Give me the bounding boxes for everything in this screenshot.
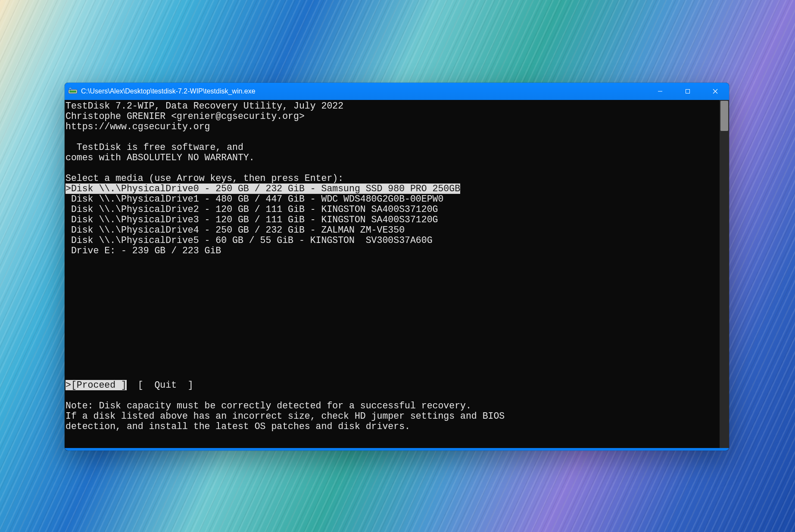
client-area: TestDisk 7.2-WIP, Data Recovery Utility,…	[65, 100, 729, 451]
note-line: Note: Disk capacity must be correctly de…	[65, 401, 471, 411]
header-author: Christophe GRENIER <grenier@cgsecurity.o…	[65, 111, 305, 121]
window-bottom-border	[65, 448, 729, 451]
svg-rect-1	[69, 90, 76, 93]
license-line: TestDisk is free software, and	[65, 142, 243, 152]
drive-row[interactable]: Disk \\.\PhysicalDrive4 - 250 GB / 232 G…	[65, 225, 405, 235]
console-window: C:\Users\Alex\Desktop\testdisk-7.2-WIP\t…	[65, 83, 729, 451]
svg-rect-4	[658, 91, 662, 92]
drive-row-selected[interactable]: >Disk \\.\PhysicalDrive0 - 250 GB / 232 …	[65, 184, 460, 194]
window-title: C:\Users\Alex\Desktop\testdisk-7.2-WIP\t…	[81, 87, 646, 95]
close-button[interactable]	[701, 83, 729, 100]
drive-row[interactable]: Disk \\.\PhysicalDrive5 - 60 GB / 55 GiB…	[65, 235, 433, 246]
titlebar[interactable]: C:\Users\Alex\Desktop\testdisk-7.2-WIP\t…	[65, 83, 729, 100]
header-line: TestDisk 7.2-WIP, Data Recovery Utility,…	[65, 101, 343, 111]
note-line: If a disk listed above has an incorrect …	[65, 411, 505, 421]
vertical-scrollbar[interactable]	[720, 100, 729, 451]
caption-buttons	[646, 83, 729, 100]
select-media-prompt: Select a media (use Arrow keys, then pre…	[65, 173, 343, 184]
minimize-button[interactable]	[646, 83, 674, 100]
drive-row[interactable]: Disk \\.\PhysicalDrive3 - 120 GB / 111 G…	[65, 215, 438, 225]
proceed-button[interactable]: >[Proceed ]	[65, 380, 127, 390]
quit-button[interactable]: [ Quit ]	[138, 380, 193, 390]
console-output[interactable]: TestDisk 7.2-WIP, Data Recovery Utility,…	[65, 100, 720, 451]
license-line: comes with ABSOLUTELY NO WARRANTY.	[65, 152, 255, 163]
drive-row[interactable]: Disk \\.\PhysicalDrive1 - 480 GB / 447 G…	[65, 194, 443, 204]
app-icon	[68, 87, 78, 96]
scrollbar-thumb[interactable]	[720, 101, 728, 131]
drive-row[interactable]: Drive E: - 239 GB / 223 GiB	[65, 246, 221, 256]
maximize-button[interactable]	[674, 83, 701, 100]
note-line: detection, and install the latest OS pat…	[65, 421, 410, 432]
svg-rect-5	[686, 90, 690, 93]
svg-rect-3	[70, 89, 71, 90]
drive-row[interactable]: Disk \\.\PhysicalDrive2 - 120 GB / 111 G…	[65, 204, 438, 215]
header-url: https://www.cgsecurity.org	[65, 121, 210, 132]
